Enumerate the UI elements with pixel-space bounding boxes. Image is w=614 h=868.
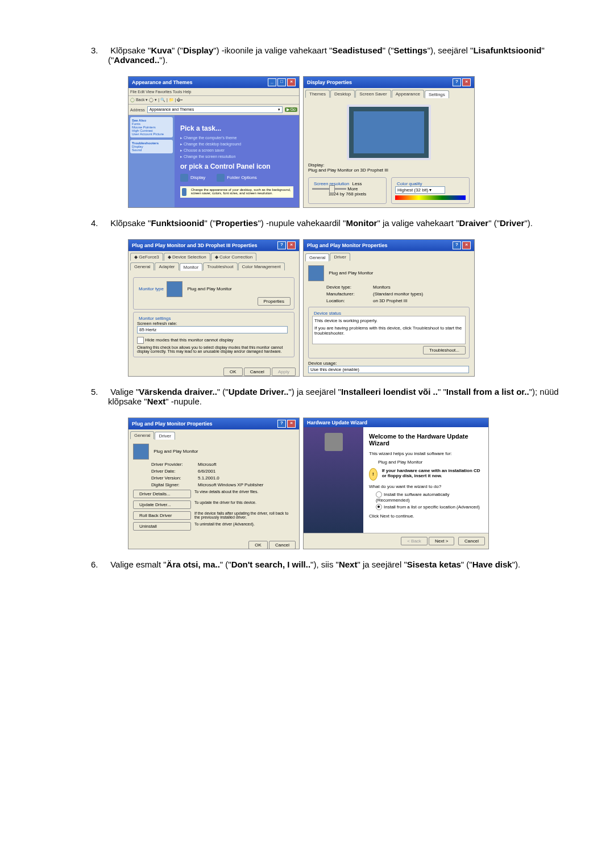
step-number: 6. — [91, 560, 108, 569]
tab-bar-bottom: General Adapter Monitor Troubleshoot Col… — [128, 261, 299, 270]
tab-general[interactable]: General — [130, 431, 154, 439]
close-icon[interactable]: × — [287, 78, 296, 86]
troubleshooters-panel: Troubleshooters Display Sound — [130, 140, 173, 153]
next-button[interactable]: Next > — [429, 537, 454, 545]
tab-driver[interactable]: Driver — [155, 432, 175, 440]
radio-auto[interactable]: Install the software automatically (Reco… — [376, 491, 483, 503]
close-icon[interactable]: × — [287, 420, 296, 428]
tab-settings[interactable]: Settings — [425, 90, 449, 98]
tab-driver[interactable]: Driver — [330, 253, 350, 261]
task-link[interactable]: ▸ Choose a screen saver — [180, 148, 293, 153]
tab-bar: General Driver — [128, 429, 299, 439]
step-4-images: Plug and Play Monitor and 3D Prophet III… — [34, 239, 580, 377]
help-icon[interactable]: ? — [277, 420, 286, 428]
tab-themes[interactable]: Themes — [305, 90, 330, 98]
tab-monitor[interactable]: Monitor — [180, 263, 203, 271]
window-titlebar: Hardware Update Wizard — [304, 418, 488, 427]
driver-details-button[interactable]: Driver Details... — [133, 490, 191, 498]
tab-geforce[interactable]: ◆ GeForce3 — [130, 253, 163, 261]
window-controls: _ □ × — [268, 78, 296, 86]
monitor-type-group: Monitor type Plug and Play Monitor Prope… — [133, 277, 294, 310]
tab-color-management[interactable]: Color Management — [238, 262, 285, 270]
address-bar: Address Appearance and Themes▾ ▶ Go — [128, 105, 299, 115]
close-icon[interactable]: × — [462, 78, 471, 86]
tab-appearance[interactable]: Appearance — [392, 90, 424, 98]
settings-panel: Display: Plug and Play Monitor on 3D Pro… — [304, 98, 474, 208]
tab-bar-top: ◆ GeForce3 ◆ Device Selection ◆ Color Co… — [128, 251, 299, 261]
address-input[interactable]: Appearance and Themes▾ — [147, 106, 283, 113]
task-link[interactable]: ▸ Change the desktop background — [180, 142, 293, 147]
wizard-main: Welcome to the Hardware Update Wizard Th… — [363, 427, 488, 533]
monitor-icon — [167, 281, 182, 297]
see-also-panel: See Also Fonts Mouse Pointers High Contr… — [130, 117, 173, 137]
help-icon[interactable]: ? — [453, 78, 461, 86]
step-text: Valige "Värskenda draiver.." ("Update Dr… — [108, 387, 559, 406]
resolution-value: 1024 by 768 pixels — [312, 191, 383, 197]
folder-icon — [217, 174, 225, 182]
tab-adapter[interactable]: Adapter — [155, 262, 179, 270]
tab-bar: General Driver — [304, 251, 474, 261]
ok-button[interactable]: OK — [223, 368, 243, 376]
cancel-button[interactable]: Cancel — [244, 368, 271, 376]
adapter-properties-screenshot: Plug and Play Monitor and 3D Prophet III… — [128, 239, 300, 377]
tab-troubleshoot[interactable]: Troubleshoot — [203, 262, 237, 270]
update-driver-button[interactable]: Update Driver... — [133, 500, 191, 509]
help-icon[interactable]: ? — [277, 241, 286, 249]
task-link[interactable]: ▸ Change the computer's theme — [180, 136, 293, 140]
cancel-button[interactable]: Cancel — [269, 541, 296, 549]
tab-device-selection[interactable]: ◆ Device Selection — [164, 253, 210, 261]
sidebar-link[interactable]: Sound — [132, 148, 171, 152]
close-icon[interactable]: × — [287, 241, 296, 249]
sidebar-link[interactable]: User Account Picture — [132, 132, 171, 136]
uninstall-button[interactable]: Uninstall — [133, 522, 191, 531]
ok-button[interactable]: OK — [248, 541, 268, 549]
hardware-wizard-screenshot: Hardware Update Wizard Welcome to the Ha… — [303, 418, 489, 549]
device-usage-select[interactable]: Use this device (enable) — [308, 366, 469, 373]
rollback-driver-button[interactable]: Roll Back Driver — [133, 511, 191, 520]
dialog-buttons: OK Cancel Apply — [128, 364, 299, 377]
hide-modes-checkbox[interactable] — [137, 337, 144, 344]
address-label: Address — [130, 108, 145, 112]
pnp-monitor-properties-screenshot: Plug and Play Monitor Properties ? × Gen… — [303, 239, 475, 377]
tab-general[interactable]: General — [130, 262, 154, 270]
cancel-button[interactable]: Cancel — [458, 537, 485, 545]
display-cp-icon[interactable]: Display — [180, 174, 205, 182]
window-title: Hardware Update Wizard — [307, 420, 367, 425]
monitor-panel: Monitor type Plug and Play Monitor Prope… — [128, 270, 299, 364]
color-quality-select[interactable]: Highest (32 bit) ▾ — [395, 186, 445, 194]
step-6: 6. Valige esmalt "Ära otsi, ma.." ("Don'… — [34, 560, 580, 569]
gear-icon — [325, 433, 343, 451]
refresh-rate-select[interactable]: 85 Hertz — [137, 326, 288, 333]
control-panel-screenshot: Appearance and Themes _ □ × File Edit Vi… — [128, 76, 300, 208]
window-title: Plug and Play Monitor Properties — [307, 243, 388, 248]
help-icon[interactable]: ? — [453, 241, 461, 249]
wizard-body: Welcome to the Hardware Update Wizard Th… — [304, 427, 488, 533]
close-icon[interactable]: × — [462, 241, 471, 249]
maximize-icon[interactable]: □ — [277, 78, 286, 86]
resolution-slider[interactable] — [312, 188, 346, 190]
go-button[interactable]: ▶ Go — [285, 107, 297, 112]
window-title: Appearance and Themes — [132, 80, 193, 85]
minimize-icon[interactable]: _ — [268, 78, 276, 86]
driver-tab-screenshot: Plug and Play Monitor Properties ? × Gen… — [128, 418, 300, 549]
hide-modes-description: Clearing this check box allows you to se… — [137, 345, 291, 353]
step-5: 5. Valige "Värskenda draiver.." ("Update… — [34, 387, 580, 406]
display-properties-screenshot: Display Properties ? × Themes Desktop Sc… — [303, 76, 475, 208]
tab-color-correction[interactable]: ◆ Color Correction — [211, 253, 256, 261]
status-textbox: This device is working properly. If you … — [312, 316, 466, 344]
step-number: 3. — [91, 45, 108, 55]
menu-bar[interactable]: File Edit View Favorites Tools Help — [128, 88, 299, 96]
wizard-sidebar — [304, 427, 363, 533]
tab-screensaver[interactable]: Screen Saver — [355, 90, 391, 98]
pick-task-heading: Pick a task... — [180, 124, 293, 132]
nav-toolbar[interactable]: ◯ Back ▾ ◯ ▾ | 🔍 | 📁 | ⏻▾ — [128, 96, 299, 105]
window-controls: ? × — [453, 78, 471, 86]
tab-general[interactable]: General — [305, 253, 329, 261]
troubleshoot-button[interactable]: Troubleshoot... — [423, 346, 466, 354]
properties-button[interactable]: Properties — [258, 297, 291, 306]
folder-options-cp-icon[interactable]: Folder Options — [217, 174, 256, 182]
tab-desktop[interactable]: Desktop — [330, 90, 355, 98]
window-controls: ? × — [453, 241, 471, 249]
task-link[interactable]: ▸ Change the screen resolution — [180, 155, 293, 159]
radio-list[interactable]: Install from a list or specific location… — [376, 504, 483, 510]
